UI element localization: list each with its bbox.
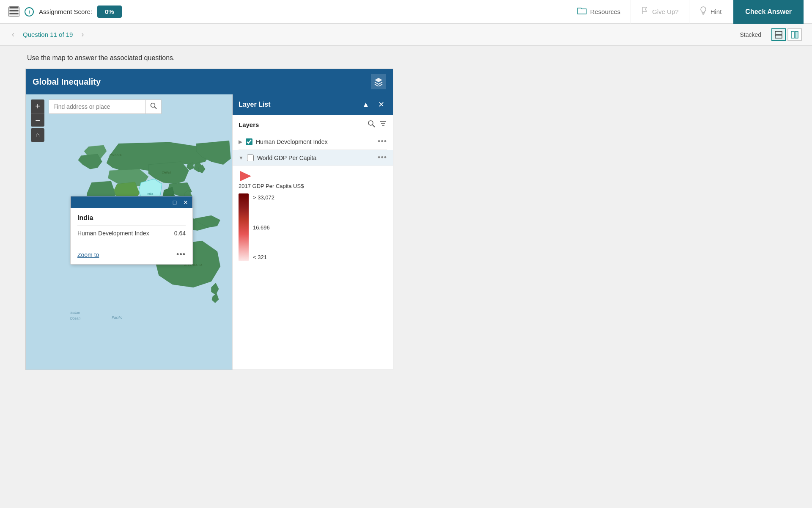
map-area[interactable]: RUSSIA CHINA India AUSTRALIA Pacific Ind… xyxy=(26,94,232,370)
map-body: RUSSIA CHINA India AUSTRALIA Pacific Ind… xyxy=(26,94,393,370)
layers-actions xyxy=(368,120,387,130)
layers-section: Layers xyxy=(233,115,393,166)
popup-more-options-button[interactable]: ••• xyxy=(176,250,186,259)
popup-body: India Human Development Index 0.64 xyxy=(71,208,192,248)
legend-labels: > 33,072 16,696 < 321 xyxy=(253,193,274,261)
check-answer-button[interactable]: Check Answer xyxy=(733,0,804,24)
svg-point-19 xyxy=(368,121,373,125)
stacked-view-button[interactable] xyxy=(771,28,786,41)
question-text: Use the map to answer the associated que… xyxy=(25,54,567,62)
map-search-bar xyxy=(49,99,162,114)
popup-minimize-button[interactable]: □ xyxy=(170,198,179,207)
hamburger-menu-button[interactable] xyxy=(8,6,19,17)
layer-panel-close-button[interactable]: ✕ xyxy=(375,99,387,110)
svg-text:Pacific: Pacific xyxy=(112,315,123,320)
popup-field-row: Human Development Index 0.64 xyxy=(77,230,186,237)
layer-panel: Layer List ▲ ✕ Layers xyxy=(232,94,393,370)
legend-section: 2017 GDP Per Capita US$ > 33,072 16,696 … xyxy=(233,166,393,266)
search-button[interactable] xyxy=(146,99,162,114)
hint-button[interactable]: Hint xyxy=(689,0,732,24)
score-badge: 0% xyxy=(97,6,122,18)
svg-rect-4 xyxy=(702,14,704,15)
svg-rect-2 xyxy=(9,13,19,14)
stacked-label: Stacked xyxy=(740,31,761,38)
svg-text:RUSSIA: RUSSIA xyxy=(110,153,122,157)
legend-min-label: < 321 xyxy=(253,254,274,260)
zoom-out-button[interactable]: − xyxy=(31,113,44,127)
svg-line-20 xyxy=(373,125,375,127)
layers-filter-icon[interactable] xyxy=(379,120,387,130)
legend-bar-container: > 33,072 16,696 < 321 xyxy=(239,193,387,261)
layer2-name: World GDP Per Capita xyxy=(257,155,374,161)
map-header: Global Inequality xyxy=(26,69,393,94)
feature-popup: □ ✕ India Human Development Index 0.64 Z… xyxy=(70,196,193,265)
main-content: Use the map to answer the associated que… xyxy=(0,46,592,378)
home-extent-button[interactable]: ⌂ xyxy=(31,128,44,142)
lightbulb-icon xyxy=(700,6,707,17)
zoom-in-button[interactable]: + xyxy=(31,99,44,113)
legend-flag-icon xyxy=(239,171,251,181)
question-nav-bar: ‹ Question 11 of 19 › Stacked xyxy=(0,24,812,46)
view-toggle xyxy=(771,28,802,41)
layer-panel-header: Layer List ▲ ✕ xyxy=(233,94,393,115)
svg-text:Indian: Indian xyxy=(70,311,80,315)
popup-header: □ ✕ xyxy=(71,196,192,208)
legend-mid-label: 16,696 xyxy=(253,224,274,231)
layer-item-gdp: ▼ World GDP Per Capita ••• xyxy=(233,150,393,166)
popup-field-label: Human Development Index xyxy=(77,230,174,237)
give-up-button[interactable]: Give Up? xyxy=(631,0,689,24)
svg-rect-7 xyxy=(791,31,794,38)
layers-title-row: Layers xyxy=(239,120,387,130)
info-icon: i xyxy=(25,7,34,17)
navbar-left: i Assignment Score: 0% xyxy=(8,6,567,18)
top-navbar: i Assignment Score: 0% Resources Give Up… xyxy=(0,0,812,24)
svg-rect-5 xyxy=(775,31,782,34)
layer1-more-button[interactable]: ••• xyxy=(378,137,387,146)
next-question-button[interactable]: › xyxy=(80,28,85,41)
svg-text:Ocean: Ocean xyxy=(70,316,80,320)
flag-icon xyxy=(641,7,649,17)
layer-panel-title: Layer List xyxy=(239,101,271,108)
svg-rect-3 xyxy=(702,13,705,14)
popup-country-name: India xyxy=(77,214,186,226)
layer1-name: Human Development Index xyxy=(256,138,374,145)
popup-footer: Zoom to ••• xyxy=(71,248,192,264)
layer1-checkbox[interactable] xyxy=(246,138,252,145)
resources-button[interactable]: Resources xyxy=(567,0,631,24)
prev-question-button[interactable]: ‹ xyxy=(10,28,16,41)
assignment-score-label: Assignment Score: xyxy=(39,8,92,15)
layer2-more-button[interactable]: ••• xyxy=(378,153,387,162)
svg-text:India: India xyxy=(147,192,153,195)
legend-max-label: > 33,072 xyxy=(253,194,274,201)
question-counter: Question 11 of 19 xyxy=(23,31,73,38)
check-answer-label: Check Answer xyxy=(745,8,792,15)
side-by-side-view-button[interactable] xyxy=(787,28,802,41)
svg-line-18 xyxy=(155,107,157,109)
hint-label: Hint xyxy=(710,8,722,15)
svg-point-17 xyxy=(151,103,155,108)
layer2-checkbox[interactable] xyxy=(247,155,254,161)
search-input[interactable] xyxy=(49,99,146,114)
map-title: Global Inequality xyxy=(33,77,101,87)
legend-title: 2017 GDP Per Capita US$ xyxy=(239,183,387,189)
resources-label: Resources xyxy=(590,8,620,15)
svg-rect-0 xyxy=(9,7,19,8)
layer2-expand-arrow[interactable]: ▼ xyxy=(239,155,244,161)
map-zoom-controls: + − ⌂ xyxy=(31,99,44,142)
layers-heading: Layers xyxy=(239,121,259,128)
layer1-expand-arrow[interactable]: ▶ xyxy=(239,139,242,145)
svg-text:CHINA: CHINA xyxy=(162,171,171,174)
svg-rect-6 xyxy=(775,35,782,38)
map-widget: Global Inequality xyxy=(25,69,393,370)
layers-toggle-button[interactable] xyxy=(371,74,386,89)
layer-item-hdi: ▶ Human Development Index ••• xyxy=(239,134,387,150)
zoom-to-button[interactable]: Zoom to xyxy=(77,251,99,258)
popup-field-value: 0.64 xyxy=(174,230,186,237)
layers-search-icon[interactable] xyxy=(368,120,375,130)
legend-color-bar xyxy=(239,193,249,261)
folder-icon xyxy=(577,7,587,17)
layer-panel-collapse-button[interactable]: ▲ xyxy=(360,99,372,110)
layer-panel-controls: ▲ ✕ xyxy=(360,99,387,110)
popup-close-button[interactable]: ✕ xyxy=(181,198,190,207)
navbar-right: Resources Give Up? Hint Check Answer xyxy=(567,0,804,24)
